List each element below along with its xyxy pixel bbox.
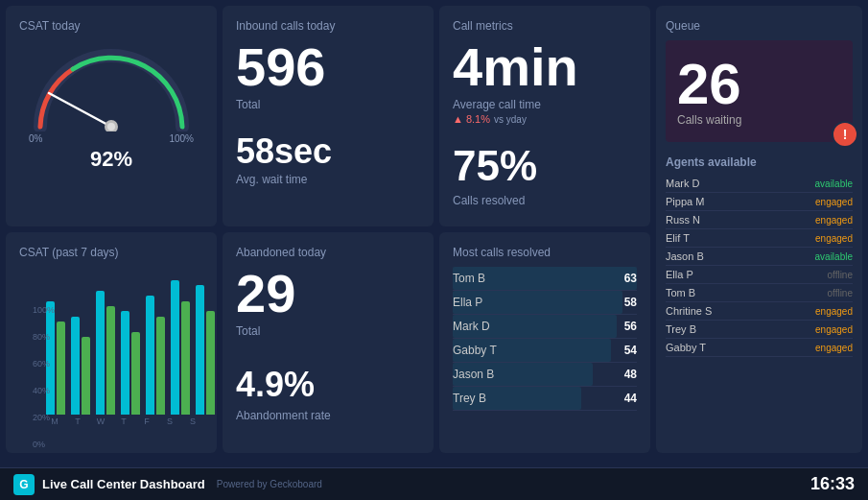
agent-status: engaged <box>815 215 853 226</box>
y-label: 20% <box>33 413 55 422</box>
agent-row: Ella Poffline <box>666 266 853 284</box>
y-label: 60% <box>33 359 55 369</box>
agent-row: Mark Davailable <box>666 175 853 193</box>
mcr-name: Jason B <box>453 368 494 381</box>
agent-row: Chritine Sengaged <box>666 302 853 321</box>
inbound-avg-wait: 58sec <box>236 134 420 169</box>
dashboard: CSAT today 0% 100% <box>0 0 868 500</box>
mcr-name: Trey B <box>453 392 486 405</box>
bar-column <box>71 280 90 415</box>
green-bar <box>131 332 140 415</box>
green-bar <box>106 306 115 415</box>
cyan-bar <box>146 296 154 415</box>
inbound-calls-title: Inbound calls today <box>236 19 420 33</box>
csat-today-title: CSAT today <box>19 19 203 33</box>
inbound-avg-wait-label: Avg. wait time <box>236 173 420 186</box>
y-labels: 100%80%60%40%20%0% <box>33 305 55 449</box>
main-grid: CSAT today 0% 100% <box>0 0 868 467</box>
agent-status: offline <box>827 288 853 298</box>
avg-call-time-label: Average call time <box>453 98 637 111</box>
mcr-row: Mark D56 <box>453 315 637 339</box>
svg-point-2 <box>107 123 115 131</box>
x-label: W <box>92 417 109 426</box>
cyan-bar <box>121 311 129 415</box>
most-calls-title: Most calls resolved <box>453 246 637 259</box>
y-label: 100% <box>33 305 55 315</box>
mcr-name: Gabby T <box>453 344 497 357</box>
svg-line-0 <box>49 93 111 127</box>
gauge-label-100: 100% <box>169 133 194 144</box>
bar-column <box>146 280 165 415</box>
abandoned-total: 29 <box>236 267 420 321</box>
abandoned-total-label: Total <box>236 324 420 338</box>
mcr-row: Jason B48 <box>453 363 637 387</box>
y-label: 0% <box>33 440 55 449</box>
call-metrics-title: Call metrics <box>453 19 637 33</box>
abandonment-rate-label: Abandonment rate <box>236 409 420 422</box>
agent-status: available <box>815 179 853 189</box>
alert-icon: ! <box>832 121 858 148</box>
cyan-bar <box>171 280 179 415</box>
x-label: S <box>184 417 201 426</box>
queue-big-block: 26 Calls waiting ! <box>666 40 853 142</box>
queue-title: Queue <box>666 19 853 33</box>
geckoboard-logo: G <box>13 474 35 495</box>
agent-name: Mark D <box>666 178 699 189</box>
green-bar <box>156 317 165 415</box>
agents-list: Mark DavailablePippa MengagedRuss Nengag… <box>666 175 853 357</box>
avg-call-time: 4min <box>453 40 637 94</box>
agent-status: engaged <box>815 306 853 317</box>
cyan-bar <box>96 291 105 415</box>
mcr-row: Tom B63 <box>453 267 637 291</box>
abandoned-title: Abandoned today <box>236 246 420 259</box>
mcr-count: 54 <box>624 344 637 357</box>
mcr-name: Ella P <box>453 296 482 309</box>
y-label: 80% <box>33 332 55 342</box>
gauge-label-0: 0% <box>29 133 42 144</box>
footer-title: Live Call Center Dashboard <box>42 477 205 491</box>
agent-name: Chritine S <box>666 305 712 317</box>
csat-unit: % <box>113 147 132 171</box>
agent-name: Gabby T <box>666 342 706 353</box>
most-calls-card: Most calls resolved Tom B63Ella P58Mark … <box>439 232 650 453</box>
abandoned-card: Abandoned today 29 Total 4.9% Abandonmen… <box>223 232 434 453</box>
bar-chart-wrapper: 100%80%60%40%20%0% MTWTFSS <box>19 267 203 440</box>
mcr-row: Trey B44 <box>453 387 637 411</box>
most-calls-list: Tom B63Ella P58Mark D56Gabby T54Jason B4… <box>453 267 637 411</box>
x-label: F <box>138 417 155 426</box>
mcr-row: Gabby T54 <box>453 339 637 363</box>
footer-left: G Live Call Center Dashboard Powered by … <box>13 474 322 495</box>
call-metrics-card: Call metrics 4min Average call time ▲ 8.… <box>439 6 650 226</box>
agent-status: engaged <box>815 324 853 335</box>
mcr-count: 63 <box>624 272 637 285</box>
queue-card: Queue 26 Calls waiting ! Agents availabl… <box>656 6 862 453</box>
agent-status: available <box>815 251 853 262</box>
agent-row: Tom Boffline <box>666 284 853 302</box>
cyan-bar <box>196 285 204 415</box>
agent-name: Ella P <box>666 269 693 280</box>
agent-status: engaged <box>815 233 853 244</box>
agent-status: engaged <box>815 197 853 207</box>
footer-time: 16:33 <box>810 474 855 494</box>
call-trend: ▲ 8.1% <box>453 113 490 125</box>
green-bar <box>181 301 190 415</box>
agent-status: engaged <box>815 343 853 353</box>
queue-number: 26 <box>677 56 841 113</box>
csat-today-card: CSAT today 0% 100% <box>6 6 217 226</box>
bar-column <box>171 280 190 415</box>
footer: G Live Call Center Dashboard Powered by … <box>0 467 868 500</box>
trend-label: vs yday <box>494 114 527 125</box>
bar-column <box>96 280 115 415</box>
csat-7days-card: CSAT (past 7 days) 100%80%60%40%20%0% MT… <box>6 232 217 453</box>
abandonment-rate: 4.9% <box>236 365 420 405</box>
x-label: T <box>115 417 132 426</box>
bar-column <box>196 280 215 415</box>
agent-name: Pippa M <box>666 196 704 207</box>
inbound-total-label: Total <box>236 98 420 111</box>
cyan-bar <box>71 317 80 415</box>
csat-7days-title: CSAT (past 7 days) <box>19 246 203 259</box>
csat-today-value: 92% <box>90 134 132 175</box>
green-bar <box>57 321 65 415</box>
mcr-name: Tom B <box>453 272 485 285</box>
mcr-count: 44 <box>624 392 637 405</box>
